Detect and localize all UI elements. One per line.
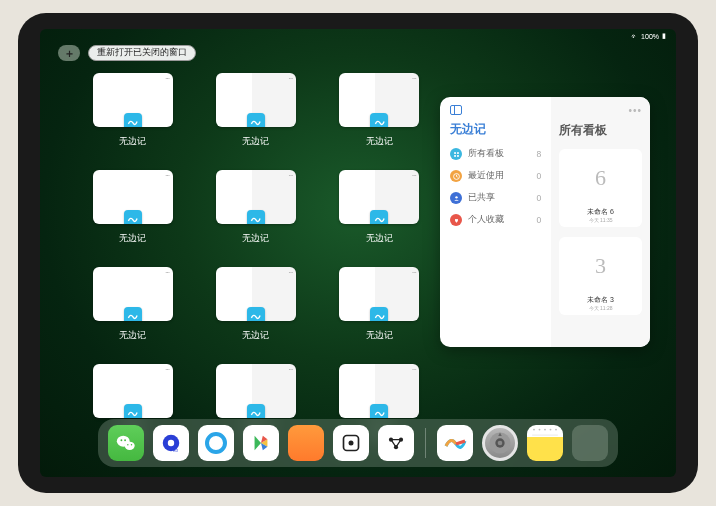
- app-window[interactable]: •••无边记: [209, 170, 302, 245]
- freeform-sidebar-panel: 无边记 所有看板8最近使用0已共享0个人收藏0 ••• 所有看板 6未命名 6今…: [440, 97, 650, 347]
- svg-point-7: [125, 442, 135, 450]
- menu-label: 最近使用: [468, 170, 504, 182]
- window-thumbnail: •••: [93, 267, 173, 321]
- app-window[interactable]: •••无边记: [86, 267, 179, 342]
- status-bar: ᯤ 100% ▮: [631, 32, 666, 40]
- ipad-frame: ᯤ 100% ▮ ＋ 重新打开已关闭的窗口 •••无边记•••无边记•••无边记…: [18, 13, 698, 493]
- app-window-label: 无边记: [242, 329, 269, 342]
- dock-app-wechat[interactable]: [108, 425, 144, 461]
- board-card[interactable]: 6未命名 6今天 11:35: [559, 149, 642, 227]
- dock-app-group[interactable]: [572, 425, 608, 461]
- app-window-label: 无边记: [366, 329, 393, 342]
- more-icon[interactable]: •••: [628, 105, 642, 116]
- app-window[interactable]: •••无边记: [333, 267, 426, 342]
- sidebar-menu-item[interactable]: 个人收藏0: [450, 214, 541, 226]
- sidebar-icon[interactable]: [450, 105, 462, 115]
- window-thumbnail: •••: [339, 267, 419, 321]
- window-thumbnail: •••: [216, 267, 296, 321]
- freeform-app-icon: [370, 404, 388, 418]
- freeform-app-icon: [124, 307, 142, 321]
- board-name: 未命名 3: [587, 295, 614, 305]
- panel-left-column: 无边记 所有看板8最近使用0已共享0个人收藏0: [440, 97, 551, 347]
- dock-app-settings[interactable]: [482, 425, 518, 461]
- svg-point-11: [131, 444, 132, 445]
- svg-point-17: [349, 441, 354, 446]
- app-window[interactable]: •••无边记: [86, 170, 179, 245]
- menu-label: 所有看板: [468, 148, 504, 160]
- app-window[interactable]: •••无边记: [209, 267, 302, 342]
- app-window-label: 无边记: [366, 135, 393, 148]
- menu-count: 0: [536, 171, 541, 181]
- window-thumbnail: •••: [339, 364, 419, 418]
- new-window-button[interactable]: ＋: [58, 45, 80, 61]
- board-thumbnail: 3: [566, 241, 636, 291]
- heart-icon: [450, 214, 462, 226]
- dock-app-roam[interactable]: [333, 425, 369, 461]
- svg-rect-1: [457, 152, 459, 154]
- panel-left-title: 无边记: [450, 121, 541, 138]
- window-thumbnail: •••: [339, 73, 419, 127]
- app-window-label: 无边记: [119, 329, 146, 342]
- dock-separator: [425, 428, 426, 458]
- app-window-label: 无边记: [366, 232, 393, 245]
- board-name: 未命名 6: [587, 207, 614, 217]
- window-thumbnail: •••: [93, 364, 173, 418]
- svg-point-9: [124, 439, 126, 441]
- sidebar-menu-item[interactable]: 所有看板8: [450, 148, 541, 160]
- freeform-app-icon: [247, 113, 265, 127]
- dock-app-books[interactable]: [288, 425, 324, 461]
- svg-point-5: [455, 196, 457, 198]
- board-date: 今天 11:28: [589, 305, 613, 311]
- app-window[interactable]: •••无边记: [333, 73, 426, 148]
- reopen-closed-window-button[interactable]: 重新打开已关闭的窗口: [88, 45, 196, 61]
- menu-count: 8: [536, 149, 541, 159]
- board-card[interactable]: 3未命名 3今天 11:28: [559, 237, 642, 315]
- menu-label: 个人收藏: [468, 214, 504, 226]
- freeform-app-icon: [124, 210, 142, 224]
- wifi-icon: ᯤ: [631, 33, 638, 40]
- window-thumbnail: •••: [216, 73, 296, 127]
- freeform-app-icon: [124, 404, 142, 418]
- app-switcher-grid: •••无边记•••无边记•••无边记•••无边记•••无边记•••无边记•••无…: [86, 73, 426, 439]
- dock-app-freeform[interactable]: [437, 425, 473, 461]
- svg-point-8: [121, 439, 123, 441]
- app-window-label: 无边记: [242, 232, 269, 245]
- dock-app-quark[interactable]: HD: [153, 425, 189, 461]
- svg-rect-3: [457, 155, 459, 157]
- freeform-app-icon: [370, 307, 388, 321]
- svg-point-10: [127, 444, 128, 445]
- freeform-app-icon: [247, 404, 265, 418]
- battery-label: 100%: [641, 33, 659, 40]
- menu-label: 已共享: [468, 192, 495, 204]
- svg-point-25: [533, 429, 535, 431]
- svg-point-26: [539, 429, 541, 431]
- board-date: 今天 11:35: [589, 217, 613, 223]
- panel-right-title: 所有看板: [559, 122, 642, 139]
- sidebar-menu-item[interactable]: 最近使用0: [450, 170, 541, 182]
- window-thumbnail: •••: [93, 73, 173, 127]
- sidebar-menu-item[interactable]: 已共享0: [450, 192, 541, 204]
- clock-icon: [450, 170, 462, 182]
- app-window-label: 无边记: [242, 135, 269, 148]
- svg-point-15: [207, 434, 225, 452]
- people-icon: [450, 192, 462, 204]
- menu-count: 0: [536, 215, 541, 225]
- grid-icon: [450, 148, 462, 160]
- dock-app-qqbrowser[interactable]: [198, 425, 234, 461]
- reopen-label: 重新打开已关闭的窗口: [97, 47, 187, 59]
- screen: ᯤ 100% ▮ ＋ 重新打开已关闭的窗口 •••无边记•••无边记•••无边记…: [40, 29, 676, 477]
- app-window[interactable]: •••无边记: [86, 73, 179, 148]
- dock-app-duosou[interactable]: [243, 425, 279, 461]
- plus-icon: ＋: [64, 46, 75, 61]
- svg-point-28: [550, 429, 552, 431]
- battery-icon: ▮: [662, 32, 666, 40]
- app-window[interactable]: •••无边记: [333, 170, 426, 245]
- window-thumbnail: •••: [339, 170, 419, 224]
- freeform-app-icon: [247, 210, 265, 224]
- svg-rect-2: [454, 155, 456, 157]
- dock-app-notes[interactable]: [527, 425, 563, 461]
- svg-text:HD: HD: [173, 449, 179, 453]
- svg-rect-0: [454, 152, 456, 154]
- app-window[interactable]: •••无边记: [209, 73, 302, 148]
- dock-app-nodes[interactable]: [378, 425, 414, 461]
